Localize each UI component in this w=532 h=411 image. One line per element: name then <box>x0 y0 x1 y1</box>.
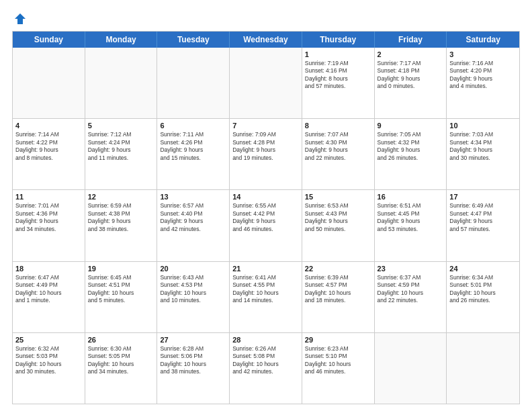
calendar-row-2: 11Sunrise: 7:01 AM Sunset: 4:36 PM Dayli… <box>13 190 519 261</box>
header-day-thursday: Thursday <box>302 32 375 48</box>
day-number: 5 <box>88 122 154 130</box>
cell-info: Sunrise: 7:11 AM Sunset: 4:26 PM Dayligh… <box>160 131 226 162</box>
cell-info: Sunrise: 6:51 AM Sunset: 4:45 PM Dayligh… <box>378 202 444 233</box>
calendar-cell-day-26: 26Sunrise: 6:30 AM Sunset: 5:05 PM Dayli… <box>85 333 158 404</box>
day-number: 22 <box>305 265 371 273</box>
day-number: 9 <box>378 122 444 130</box>
cell-info: Sunrise: 6:32 AM Sunset: 5:03 PM Dayligh… <box>15 345 82 376</box>
day-number: 7 <box>232 122 299 130</box>
calendar-row-1: 4Sunrise: 7:14 AM Sunset: 4:22 PM Daylig… <box>13 119 519 190</box>
calendar-cell-day-8: 8Sunrise: 7:07 AM Sunset: 4:30 PM Daylig… <box>302 119 375 189</box>
calendar-cell-day-9: 9Sunrise: 7:05 AM Sunset: 4:32 PM Daylig… <box>375 119 447 189</box>
logo-icon <box>13 12 27 26</box>
calendar-cell-day-5: 5Sunrise: 7:12 AM Sunset: 4:24 PM Daylig… <box>85 119 158 189</box>
cell-info: Sunrise: 7:17 AM Sunset: 4:18 PM Dayligh… <box>378 60 444 91</box>
calendar-row-3: 18Sunrise: 6:47 AM Sunset: 4:49 PM Dayli… <box>13 262 519 333</box>
cell-info: Sunrise: 7:19 AM Sunset: 4:16 PM Dayligh… <box>305 60 371 91</box>
header-day-tuesday: Tuesday <box>157 32 230 48</box>
cell-info: Sunrise: 6:34 AM Sunset: 5:01 PM Dayligh… <box>449 274 517 305</box>
cell-info: Sunrise: 7:05 AM Sunset: 4:32 PM Dayligh… <box>378 131 444 162</box>
cell-info: Sunrise: 7:07 AM Sunset: 4:30 PM Dayligh… <box>305 131 371 162</box>
calendar: SundayMondayTuesdayWednesdayThursdayFrid… <box>12 31 520 404</box>
calendar-cell-empty <box>375 333 447 404</box>
calendar-cell-day-13: 13Sunrise: 6:57 AM Sunset: 4:40 PM Dayli… <box>157 190 230 261</box>
header-day-sunday: Sunday <box>13 32 85 48</box>
cell-info: Sunrise: 7:09 AM Sunset: 4:28 PM Dayligh… <box>232 131 299 162</box>
header-day-wednesday: Wednesday <box>230 32 302 48</box>
calendar-cell-empty <box>230 48 302 118</box>
cell-info: Sunrise: 6:55 AM Sunset: 4:42 PM Dayligh… <box>232 202 299 233</box>
day-number: 26 <box>88 336 154 344</box>
day-number: 25 <box>15 336 82 344</box>
calendar-cell-day-29: 29Sunrise: 6:23 AM Sunset: 5:10 PM Dayli… <box>302 333 375 404</box>
day-number: 13 <box>160 193 226 201</box>
svg-marker-0 <box>15 13 26 24</box>
calendar-cell-day-17: 17Sunrise: 6:49 AM Sunset: 4:47 PM Dayli… <box>447 190 519 261</box>
header-day-monday: Monday <box>85 32 158 48</box>
calendar-cell-day-16: 16Sunrise: 6:51 AM Sunset: 4:45 PM Dayli… <box>375 190 447 261</box>
day-number: 29 <box>305 336 371 344</box>
calendar-cell-day-24: 24Sunrise: 6:34 AM Sunset: 5:01 PM Dayli… <box>447 262 519 332</box>
page: SundayMondayTuesdayWednesdayThursdayFrid… <box>0 0 532 411</box>
cell-info: Sunrise: 6:23 AM Sunset: 5:10 PM Dayligh… <box>305 345 371 376</box>
calendar-cell-day-1: 1Sunrise: 7:19 AM Sunset: 4:16 PM Daylig… <box>302 48 375 118</box>
calendar-header-row: SundayMondayTuesdayWednesdayThursdayFrid… <box>13 32 519 48</box>
header-day-saturday: Saturday <box>447 32 519 48</box>
day-number: 21 <box>232 265 299 273</box>
cell-info: Sunrise: 7:01 AM Sunset: 4:36 PM Dayligh… <box>15 202 82 233</box>
logo <box>12 12 27 26</box>
calendar-cell-empty <box>85 48 158 118</box>
cell-info: Sunrise: 7:16 AM Sunset: 4:20 PM Dayligh… <box>449 60 517 91</box>
day-number: 3 <box>449 50 517 58</box>
day-number: 2 <box>378 50 444 58</box>
day-number: 20 <box>160 265 226 273</box>
cell-info: Sunrise: 6:59 AM Sunset: 4:38 PM Dayligh… <box>88 202 154 233</box>
calendar-cell-empty <box>157 48 230 118</box>
cell-info: Sunrise: 6:47 AM Sunset: 4:49 PM Dayligh… <box>15 274 82 305</box>
cell-info: Sunrise: 7:03 AM Sunset: 4:34 PM Dayligh… <box>449 131 517 162</box>
calendar-cell-day-2: 2Sunrise: 7:17 AM Sunset: 4:18 PM Daylig… <box>375 48 447 118</box>
calendar-cell-day-18: 18Sunrise: 6:47 AM Sunset: 4:49 PM Dayli… <box>13 262 85 332</box>
day-number: 23 <box>378 265 444 273</box>
calendar-cell-day-27: 27Sunrise: 6:28 AM Sunset: 5:06 PM Dayli… <box>157 333 230 404</box>
day-number: 24 <box>449 265 517 273</box>
cell-info: Sunrise: 6:37 AM Sunset: 4:59 PM Dayligh… <box>378 274 444 305</box>
calendar-cell-day-20: 20Sunrise: 6:43 AM Sunset: 4:53 PM Dayli… <box>157 262 230 332</box>
calendar-cell-day-7: 7Sunrise: 7:09 AM Sunset: 4:28 PM Daylig… <box>230 119 302 189</box>
calendar-cell-day-3: 3Sunrise: 7:16 AM Sunset: 4:20 PM Daylig… <box>447 48 519 118</box>
cell-info: Sunrise: 6:28 AM Sunset: 5:06 PM Dayligh… <box>160 345 226 376</box>
cell-info: Sunrise: 6:26 AM Sunset: 5:08 PM Dayligh… <box>232 345 299 376</box>
cell-info: Sunrise: 6:49 AM Sunset: 4:47 PM Dayligh… <box>449 202 517 233</box>
calendar-cell-day-4: 4Sunrise: 7:14 AM Sunset: 4:22 PM Daylig… <box>13 119 85 189</box>
cell-info: Sunrise: 6:30 AM Sunset: 5:05 PM Dayligh… <box>88 345 154 376</box>
cell-info: Sunrise: 6:45 AM Sunset: 4:51 PM Dayligh… <box>88 274 154 305</box>
day-number: 15 <box>305 193 371 201</box>
cell-info: Sunrise: 7:14 AM Sunset: 4:22 PM Dayligh… <box>15 131 82 162</box>
calendar-cell-empty <box>13 48 85 118</box>
calendar-cell-day-15: 15Sunrise: 6:53 AM Sunset: 4:43 PM Dayli… <box>302 190 375 261</box>
day-number: 6 <box>160 122 226 130</box>
calendar-cell-empty <box>447 333 519 404</box>
cell-info: Sunrise: 6:39 AM Sunset: 4:57 PM Dayligh… <box>305 274 371 305</box>
calendar-cell-day-19: 19Sunrise: 6:45 AM Sunset: 4:51 PM Dayli… <box>85 262 158 332</box>
calendar-cell-day-11: 11Sunrise: 7:01 AM Sunset: 4:36 PM Dayli… <box>13 190 85 261</box>
day-number: 19 <box>88 265 154 273</box>
cell-info: Sunrise: 7:12 AM Sunset: 4:24 PM Dayligh… <box>88 131 154 162</box>
day-number: 18 <box>15 265 82 273</box>
calendar-cell-day-22: 22Sunrise: 6:39 AM Sunset: 4:57 PM Dayli… <box>302 262 375 332</box>
day-number: 8 <box>305 122 371 130</box>
day-number: 27 <box>160 336 226 344</box>
day-number: 14 <box>232 193 299 201</box>
calendar-cell-day-25: 25Sunrise: 6:32 AM Sunset: 5:03 PM Dayli… <box>13 333 85 404</box>
calendar-row-0: 1Sunrise: 7:19 AM Sunset: 4:16 PM Daylig… <box>13 48 519 119</box>
header-day-friday: Friday <box>375 32 447 48</box>
day-number: 11 <box>15 193 82 201</box>
cell-info: Sunrise: 6:57 AM Sunset: 4:40 PM Dayligh… <box>160 202 226 233</box>
calendar-cell-day-28: 28Sunrise: 6:26 AM Sunset: 5:08 PM Dayli… <box>230 333 302 404</box>
day-number: 10 <box>449 122 517 130</box>
day-number: 4 <box>15 122 82 130</box>
calendar-cell-day-14: 14Sunrise: 6:55 AM Sunset: 4:42 PM Dayli… <box>230 190 302 261</box>
day-number: 16 <box>378 193 444 201</box>
cell-info: Sunrise: 6:43 AM Sunset: 4:53 PM Dayligh… <box>160 274 226 305</box>
calendar-cell-day-21: 21Sunrise: 6:41 AM Sunset: 4:55 PM Dayli… <box>230 262 302 332</box>
